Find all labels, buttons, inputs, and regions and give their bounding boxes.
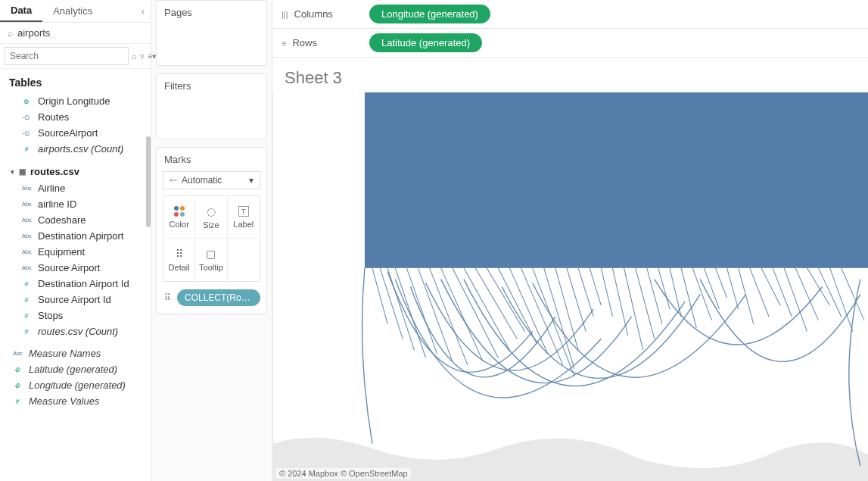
data-pane: Data Analytics ‹ ⌕ airports ⌕ ▿ ≡▾ Table… [0,0,151,481]
field-sourceairport[interactable]: -⊙ SourceAirport [0,125,151,141]
field-measure-names[interactable]: Abc Measure Names [0,345,151,361]
detail-drop-icon[interactable]: ⠿ [163,292,173,303]
number-icon: # [21,312,32,320]
field-label: Stops [38,310,63,321]
route-fringe [372,268,864,376]
filters-card-body[interactable] [157,98,266,139]
mark-button-grid: Color ◌ Size T Label ⠿ Detail ▢ Tooltip [163,195,260,282]
field-label: Measure Names [29,348,101,359]
pages-card-title: Pages [157,1,266,24]
search-row: ⌕ ▿ ≡▾ [0,43,151,69]
abc-icon: Abc [21,185,32,192]
mark-label-button[interactable]: T Label [228,196,260,239]
mark-pill-collect-routes[interactable]: COLLECT(Rout... [177,289,260,306]
pages-card: Pages [156,0,267,66]
field-airports-count[interactable]: # airports.csv (Count) [0,141,151,157]
search-input[interactable] [5,47,129,65]
columns-shelf[interactable]: ||| Columns Longitude (generated) [272,0,868,29]
collapse-data-pane-icon[interactable]: ‹ [135,6,151,17]
automatic-icon: ⬳ [170,176,177,185]
mark-btn-label: Size [203,220,219,230]
field-source-airport-id[interactable]: # Source Airport Id [0,292,151,308]
field-source-airport[interactable]: Abc Source Airport [0,260,151,276]
field-longitude-generated[interactable]: ⊕ Longitude (generated) [0,377,151,393]
columns-label-text: Columns [294,8,333,20]
mark-type-dropdown[interactable]: ⬳ Automatic ▾ [163,171,260,189]
globe-icon: ⊕ [12,382,23,389]
datasource-name: airports [17,27,50,39]
color-icon [174,206,185,217]
line-icon: -⊙ [21,130,32,137]
abc-icon: Abc [21,248,32,255]
abc-icon: Abc [21,233,32,239]
mark-btn-label: Detail [169,263,190,272]
field-latitude-generated[interactable]: ⊕ Latitude (generated) [0,361,151,377]
field-destination-airport[interactable]: Abc Destination Apirport [0,228,151,244]
rows-icon: ≡ [282,39,286,48]
field-stops[interactable]: # Stops [0,308,151,323]
mark-tooltip-button[interactable]: ▢ Tooltip [195,239,227,281]
generated-fields: Abc Measure Names ⊕ Latitude (generated)… [0,339,151,409]
mark-detail-button[interactable]: ⠿ Detail [163,239,195,281]
columns-shelf-label: ||| Columns [282,8,357,20]
field-airline[interactable]: Abc Airline [0,180,151,196]
field-label: Longitude (generated) [29,379,126,391]
abc-icon: Abc [21,201,32,208]
field-label: Routes [38,111,69,123]
marks-card-title: Marks [157,148,266,171]
pages-card-body[interactable] [157,24,266,65]
field-codeshare[interactable]: Abc Codeshare [0,212,151,228]
rows-shelf[interactable]: ≡ Rows Latitude (generated) [272,29,868,58]
tab-data[interactable]: Data [0,0,42,22]
map-attribution: © 2024 Mapbox © OpenStreetMap [276,468,411,479]
field-label: Codeshare [38,214,86,226]
table-group-routes[interactable]: ▾ ▦ routes.csv [0,157,151,180]
field-label: airline ID [38,198,76,210]
datasource-icon: ⌕ [8,28,13,39]
field-equipment[interactable]: Abc Equipment [0,244,151,260]
filters-card-title: Filters [157,74,266,98]
sheet-title[interactable]: Sheet 3 [272,58,868,92]
line-icon: -⊙ [21,114,32,121]
view-mode-icon[interactable]: ≡▾ [148,52,157,61]
field-list: ⊕ Origin Longitude -⊙ Routes -⊙ SourceAi… [0,93,151,481]
field-label: routes.csv (Count) [38,326,118,337]
mark-color-button[interactable]: Color [163,196,195,239]
caret-down-icon: ▾ [11,168,14,176]
tables-header: Tables [0,69,151,93]
tab-analytics[interactable]: Analytics [42,1,103,21]
field-airline-id[interactable]: Abc airline ID [0,196,151,212]
field-origin-longitude[interactable]: ⊕ Origin Longitude [0,93,151,109]
rows-label-text: Rows [292,37,317,48]
mark-btn-label: Tooltip [199,263,223,272]
globe-icon: ⊕ [21,98,32,105]
table-group-name: routes.csv [30,166,79,177]
mark-size-button[interactable]: ◌ Size [195,196,227,239]
filter-fields-icon[interactable]: ▿ [140,52,145,61]
field-routes[interactable]: -⊙ Routes [0,109,151,125]
field-measure-values[interactable]: # Measure Values [0,393,151,409]
abc-icon: Abc [21,264,32,271]
field-label: Origin Longitude [38,95,110,107]
columns-pill-longitude[interactable]: Longitude (generated) [369,5,490,23]
mark-empty-slot [228,239,260,281]
field-label: Latitude (generated) [29,364,117,375]
detail-icon: ⠿ [176,248,183,260]
label-icon: T [238,206,249,217]
rows-pill-latitude[interactable]: Latitude (generated) [369,33,482,52]
abc-icon: Abc [12,350,23,357]
marks-card: Marks ⬳ Automatic ▾ Color ◌ Size [156,147,267,314]
columns-icon: ||| [282,10,288,19]
number-icon: # [21,328,32,336]
scrollbar-thumb[interactable] [146,136,151,227]
number-icon: # [21,296,32,304]
viz-area[interactable]: © 2024 Mapbox © OpenStreetMap [272,92,868,481]
field-label: Equipment [38,246,85,258]
number-icon: # [21,280,32,288]
datasource-row[interactable]: ⌕ airports [0,23,151,43]
mark-type-label: Automatic [182,175,222,186]
globe-icon: ⊕ [12,366,23,373]
field-routes-count[interactable]: # routes.csv (Count) [0,323,151,339]
search-icon[interactable]: ⌕ [132,52,137,61]
field-destination-airport-id[interactable]: # Destination Airport Id [0,276,151,292]
